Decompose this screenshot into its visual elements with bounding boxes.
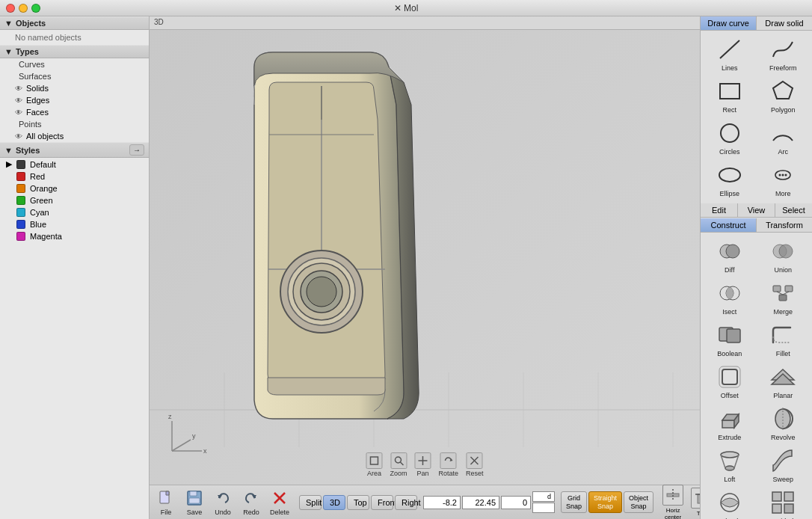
area-icon [366,452,382,469]
type-points[interactable]: Points [0,118,149,130]
coord-y-input[interactable] [462,496,499,509]
axes-indicator: x z y [164,410,217,462]
style-blue[interactable]: Blue [0,218,149,230]
type-faces[interactable]: 👁 Faces [0,106,149,118]
draw-solid-tab[interactable]: Draw solid [757,16,812,30]
styles-arrow-btn[interactable]: → [129,144,144,156]
delete-button[interactable]: Delete [266,488,293,518]
rotate-tool[interactable]: Rotate [435,451,461,479]
split-view-btn[interactable]: Split [299,495,322,510]
boolean-tool[interactable]: Boolean [704,319,756,360]
file-button[interactable]: File [153,488,179,518]
save-button[interactable]: Save [181,488,208,518]
diff-icon [716,238,743,265]
isect-icon [716,280,743,307]
coords-area [423,496,531,509]
sweep-tool[interactable]: Sweep [757,445,810,485]
coord-angle-input[interactable] [532,503,555,513]
view-tab[interactable]: View [738,203,775,217]
grid-snap-btn[interactable]: GridSnap [561,491,587,514]
svg-rect-70 [722,420,734,428]
svg-point-51 [719,168,740,182]
more-icon [769,162,796,188]
3d-model [224,45,434,449]
action-tabs: Edit View Select [701,203,812,218]
circles-tool[interactable]: Circles [704,117,756,158]
diff-tool[interactable]: Diff [704,236,756,276]
style-orange[interactable]: Orange [0,182,149,194]
coord-d-input[interactable] [532,491,555,502]
more-tool[interactable]: More [757,159,810,200]
union-tool[interactable]: Union [757,236,810,276]
type-solids[interactable]: 👁 Solids [0,82,149,94]
style-red[interactable]: Red [0,171,149,182]
top-align-btn[interactable]: Top [688,486,700,518]
delete-label: Delete [270,509,289,516]
arc-tool[interactable]: Arc [757,117,810,158]
type-all[interactable]: 👁 All objects [0,130,149,142]
style-default[interactable]: ▶ Default [0,158,149,171]
svg-point-53 [782,174,784,176]
type-curves[interactable]: Curves [0,58,149,70]
maximize-button[interactable] [31,4,40,13]
type-edges[interactable]: 👁 Edges [0,94,149,106]
rect-tool[interactable]: Rect [704,76,756,116]
viewport-canvas[interactable]: x z y Area Zo [150,30,700,485]
transform-tab[interactable]: Transform [757,218,812,232]
blend-tool[interactable]: Blend [704,487,756,519]
horiz-center-btn[interactable]: Horiz center [659,483,686,520]
ellipse-tool[interactable]: Ellipse [704,159,756,200]
revolve-tool[interactable]: Revolve [757,403,810,443]
object-snap-btn[interactable]: ObjectSnap [624,491,653,514]
types-collapse-icon[interactable]: ▼ [4,47,13,56]
top-view-btn[interactable]: Top [347,495,369,510]
color-dot-green [16,196,25,205]
coord-z-input[interactable] [501,496,531,509]
loft-icon [716,447,743,474]
coord-x-input[interactable] [423,496,461,509]
offset-tool[interactable]: Offset [704,361,756,402]
style-green[interactable]: Green [0,194,149,206]
zoom-tool[interactable]: Zoom [387,451,410,479]
lines-tool[interactable]: Lines [704,34,756,74]
select-tab[interactable]: Select [775,203,812,217]
minimize-button[interactable] [19,4,28,13]
extrude-tool[interactable]: Extrude [704,403,756,443]
fillet-tool[interactable]: Fillet [757,319,810,360]
merge-tool[interactable]: Merge [757,277,810,318]
pan-tool[interactable]: Pan [411,451,434,479]
draw-curve-tab[interactable]: Draw curve [701,16,757,30]
area-tool[interactable]: Area [363,451,385,479]
reset-tool[interactable]: Reset [463,451,487,479]
svg-point-54 [785,174,787,176]
nsided-icon [769,489,796,516]
eye-faces: 👁 [15,108,22,117]
construct-tab[interactable]: Construct [701,218,757,232]
loft-tool[interactable]: Loft [704,445,756,485]
color-dot-orange [16,184,25,193]
redo-button[interactable]: Redo [238,488,265,518]
svg-rect-80 [772,492,781,501]
edit-tab[interactable]: Edit [701,203,738,217]
redo-icon [242,489,260,507]
polygon-tool[interactable]: Polygon [757,76,810,116]
freeform-tool[interactable]: Freeform [757,34,810,74]
style-cyan[interactable]: Cyan [0,206,149,218]
straight-snap-btn[interactable]: StraightSnap [588,491,622,514]
isect-tool[interactable]: Isect [704,277,756,318]
zoom-icon [390,452,407,469]
planar-tool[interactable]: Planar [757,361,810,402]
objects-collapse-icon[interactable]: ▼ [4,19,13,28]
right-panel: Draw curve Draw solid Lines Freeform [700,16,812,519]
type-surfaces[interactable]: Surfaces [0,70,149,82]
svg-marker-36 [252,495,256,499]
svg-rect-34 [189,498,200,503]
style-magenta[interactable]: Magenta [0,230,149,242]
close-button[interactable] [6,4,15,13]
styles-collapse-icon[interactable]: ▼ [4,146,13,155]
3d-view-btn[interactable]: 3D [323,495,345,510]
right-view-btn[interactable]: Right [395,495,417,510]
front-view-btn[interactable]: Front [371,495,393,510]
undo-button[interactable]: Undo [209,488,236,518]
nsided-tool[interactable]: Nsided [757,487,810,519]
